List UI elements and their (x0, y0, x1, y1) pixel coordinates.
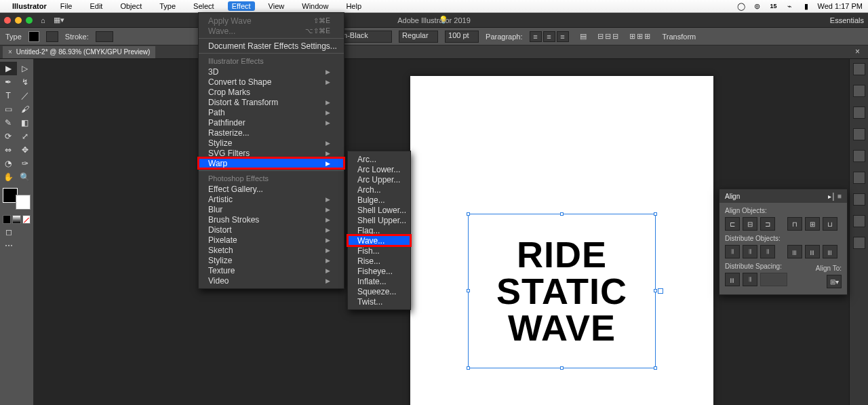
close-button[interactable] (4, 17, 11, 24)
align-panel-icon[interactable] (853, 193, 865, 206)
distribute-spacing-v-button[interactable]: ⫼ (725, 273, 740, 286)
menu-item-video[interactable]: Video▶ (199, 275, 344, 286)
brushes-panel-icon[interactable] (853, 172, 865, 184)
transform-label[interactable]: Transform (663, 33, 696, 41)
selection-handle[interactable] (560, 366, 564, 370)
status-icon[interactable]: ◯ (736, 1, 746, 11)
align-vcenter-button[interactable]: ⊞ (805, 217, 820, 231)
distribute-right-button[interactable]: ⫼ (823, 245, 837, 258)
app-name[interactable]: Illustrator (12, 2, 47, 10)
status-icon[interactable]: ⊚ (753, 1, 762, 11)
wifi-icon[interactable]: ⌁ (785, 1, 795, 11)
text-frame-selected[interactable]: RIDE STATIC WAVE (468, 214, 656, 368)
pen-tool[interactable]: ✒ (0, 75, 17, 89)
shaper-tool[interactable]: ✎ (0, 116, 17, 130)
width-tool[interactable]: ⇔ (0, 143, 17, 157)
document-tab[interactable]: × Untitled-2* @ 86.93% (CMYK/GPU Preview… (3, 46, 155, 58)
distribute-top-button[interactable]: ⫴ (725, 245, 740, 258)
properties-panel-icon[interactable] (853, 63, 865, 75)
align-bottom-button[interactable]: ⊔ (823, 217, 837, 231)
menu-item-stylize-ps[interactable]: Stylize▶ (199, 255, 344, 265)
align-top-button[interactable]: ⊓ (787, 217, 802, 231)
submenu-item-inflate[interactable]: Inflate... (348, 276, 410, 286)
selection-handle[interactable] (654, 289, 657, 292)
fill-swatch[interactable] (28, 31, 39, 42)
battery-icon[interactable]: ▮ (802, 1, 811, 11)
distribute-left-button[interactable]: ⫼ (787, 245, 802, 258)
menu-effect[interactable]: Effect (228, 1, 255, 11)
menu-item-pathfinder[interactable]: Pathfinder▶ (199, 117, 344, 128)
selection-handle[interactable] (560, 212, 564, 216)
menu-item-artistic[interactable]: Artistic▶ (199, 194, 344, 204)
menu-item-apply-wave[interactable]: Apply Wave⇧⌘E (199, 16, 344, 26)
menu-item-warp[interactable]: Warp▶ (199, 158, 344, 168)
color-mode-button[interactable] (3, 215, 11, 224)
align-button[interactable]: ⊟ (605, 32, 611, 41)
align-right-button[interactable]: ⊐ (760, 217, 775, 231)
stroke-swatch[interactable] (46, 31, 58, 42)
submenu-item-fisheye[interactable]: Fisheye... (348, 266, 410, 276)
selection-handle[interactable] (654, 366, 657, 370)
eyedropper-tool[interactable]: ✑ (17, 157, 34, 170)
menu-item-distort[interactable]: Distort▶ (199, 225, 344, 235)
distribute-hcenter-button[interactable]: ⫼ (805, 245, 820, 258)
menu-item-convert-to-shape[interactable]: Convert to Shape▶ (199, 77, 344, 87)
hand-tool[interactable]: ✋ (0, 170, 17, 184)
submenu-item-shell-upper[interactable]: Shell Upper... (348, 215, 410, 225)
menu-item-rasterize[interactable]: Rasterize... (199, 128, 344, 138)
menu-select[interactable]: Select (189, 1, 218, 11)
submenu-item-twist[interactable]: Twist... (348, 296, 410, 307)
menu-item-3d[interactable]: 3D▶ (199, 66, 344, 77)
align-button[interactable]: ⊟ (612, 32, 618, 41)
menu-item-blur[interactable]: Blur▶ (199, 204, 344, 214)
arrange-icon[interactable]: ▦▾ (54, 16, 64, 24)
distribute-button[interactable]: ⊞ (629, 32, 635, 41)
distribute-bottom-button[interactable]: ⫴ (760, 245, 775, 258)
menu-item-stylize[interactable]: Stylize▶ (199, 138, 344, 148)
libraries-panel-icon[interactable] (853, 107, 865, 119)
align-hcenter-button[interactable]: ⊟ (743, 217, 757, 231)
selection-handle[interactable] (467, 366, 470, 370)
menu-view[interactable]: View (264, 1, 289, 11)
align-button[interactable]: ⊟ (597, 32, 604, 41)
submenu-item-squeeze[interactable]: Squeeze... (348, 286, 410, 296)
distribute-button[interactable]: ⊞ (637, 32, 643, 41)
maximize-button[interactable] (26, 17, 33, 24)
draw-mode-button[interactable]: ◻ (0, 225, 17, 239)
submenu-item-bulge[interactable]: Bulge... (348, 195, 410, 205)
menu-item-brush-strokes[interactable]: Brush Strokes▶ (199, 214, 344, 225)
selection-handle[interactable] (467, 212, 470, 216)
align-left-button[interactable]: ≡ (530, 31, 542, 42)
menu-type[interactable]: Type (155, 1, 180, 11)
distribute-button[interactable]: ⊞ (644, 32, 650, 41)
swatches-panel-icon[interactable] (853, 128, 865, 140)
submenu-item-arc[interactable]: Arc... (348, 154, 410, 164)
selection-handle[interactable] (467, 289, 470, 292)
minimize-button[interactable] (15, 17, 22, 24)
menu-item-crop-marks[interactable]: Crop Marks (199, 87, 344, 97)
menu-item-sketch[interactable]: Sketch▶ (199, 245, 344, 255)
type-tool[interactable]: T (0, 89, 17, 102)
free-transform-tool[interactable]: ✥ (17, 143, 34, 157)
text-out-port[interactable] (658, 288, 663, 294)
menu-object[interactable]: Object (116, 1, 146, 11)
direct-selection-tool[interactable]: ▷ (17, 62, 34, 75)
spacing-value-input[interactable] (760, 273, 787, 286)
menu-help[interactable]: Help (342, 1, 366, 11)
menu-item-distort-transform[interactable]: Distort & Transform▶ (199, 97, 344, 107)
layers-panel-icon[interactable] (853, 85, 865, 97)
menu-item-raster-settings[interactable]: Document Raster Effects Settings... (199, 41, 344, 51)
align-right-button[interactable]: ≡ (557, 31, 569, 42)
submenu-item-wave[interactable]: Wave... (348, 235, 410, 246)
date-icon[interactable]: 15 (769, 1, 778, 11)
clock[interactable]: Wed 1:17 PM (818, 2, 863, 10)
none-mode-button[interactable] (22, 215, 31, 224)
menu-item-effect-gallery[interactable]: Effect Gallery... (199, 184, 344, 194)
menu-file[interactable]: File (56, 1, 77, 11)
appearance-panel-icon[interactable] (853, 237, 865, 249)
transform-panel-icon[interactable] (853, 215, 865, 227)
home-icon[interactable]: ⌂ (41, 16, 45, 24)
font-size-select[interactable]: 100 pt (445, 31, 479, 43)
workspace-switcher[interactable]: Essentials (830, 16, 864, 24)
menu-item-wave[interactable]: Wave...⌥⇧⌘E (199, 26, 344, 36)
